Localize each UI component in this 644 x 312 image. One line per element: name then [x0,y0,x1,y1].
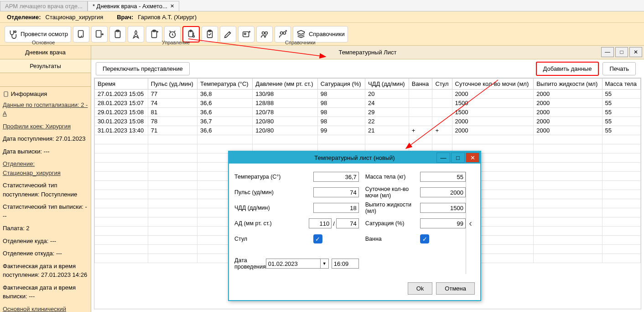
tb-4[interactable] [128,26,144,42]
stool-label: Стул [234,236,313,242]
date-dropdown[interactable]: ▼ [321,259,329,269]
tb-11[interactable] [256,26,273,42]
ok-button[interactable]: Ok [408,282,433,295]
dialog-minimize[interactable]: — [436,153,450,163]
table-cell [432,99,452,108]
info-dep[interactable]: Отделение: Стационар_хирургия [3,160,61,176]
close-button[interactable]: ✕ [629,47,642,57]
table-cell [432,117,452,126]
tab-diary-left[interactable]: Дневник врача [0,46,91,59]
table-row[interactable]: 27.01.2023 15:057736,8130/98982020002000… [95,90,641,99]
alarm-icon [167,29,177,39]
info-stat1: Статистический тип поступления: Поступле… [3,181,88,199]
table-cell [409,117,432,126]
svg-rect-19 [4,92,8,97]
table-header[interactable]: Температура (°С) [197,79,253,90]
table-cell: 55 [602,90,640,99]
table-header[interactable]: Время [95,79,148,90]
pen-icon [223,29,233,39]
table-header[interactable]: Давление (мм рт. ст.) [253,79,317,90]
table-cell: 98 [317,90,365,99]
table-cell [432,108,452,117]
page-icon [3,91,9,97]
table-cell: 2000 [534,108,602,117]
info-factadm: Фактическая дата и время поступления: 27… [3,262,88,280]
ad-sys-input[interactable] [309,218,332,228]
users-icon [260,29,270,39]
cancel-button[interactable]: Отмена [436,282,475,295]
left-panel: Дневник врача Результаты Информация Данн… [0,46,91,312]
time-input[interactable] [332,259,359,269]
table-cell: 36,6 [197,108,253,117]
tb-1[interactable] [73,26,89,42]
table-cell: 130/98 [253,90,317,99]
urine-input[interactable] [420,187,466,197]
info-factdis: Фактическая дата и время выписки: --- [3,283,88,301]
table-cell: 77 [148,90,197,99]
tb-10[interactable] [238,26,254,42]
table-header[interactable]: Сатурация (%) [317,79,365,90]
bath-checkbox[interactable]: ✓ [420,234,429,243]
tb-2[interactable] [91,26,108,42]
table-header[interactable]: Ванна [409,79,432,90]
table-cell: 98 [317,117,365,126]
dialog-maximize[interactable]: □ [451,153,465,163]
table-header[interactable]: Пульс (уд./мин) [148,79,197,90]
info-adm: Дата поступления: 27.01.2023 [3,134,88,143]
add-data-button[interactable]: Добавить данные [536,62,599,76]
fluid-label: Выпито жидкости (мл) [365,201,420,214]
sat-input[interactable] [420,218,466,228]
tb-5[interactable] [146,26,162,42]
pulse-input[interactable] [313,187,359,197]
info-hosp[interactable]: Данные по госпитализации: 2 - А [3,101,88,117]
dialog-title-bar[interactable]: Температурный лист (новый) — □ ✕ [229,152,480,164]
dialog-scroll-left[interactable]: ‹ [466,172,475,274]
books-icon [296,29,306,39]
info-depto: Отделение куда: --- [3,237,88,246]
table-cell: 2000 [452,117,534,126]
tab-results-left[interactable]: Результаты [0,59,91,73]
maximize-button[interactable]: □ [615,47,628,57]
info-title: Информация [11,90,47,99]
svg-rect-1 [78,30,83,37]
info-diag[interactable]: Основной клинический диагноз: заболевани… [3,306,66,312]
tb-9[interactable] [220,26,236,42]
minimize-button[interactable]: — [601,47,614,57]
fluid-input[interactable] [420,203,466,213]
mass-input[interactable] [420,172,466,182]
close-icon[interactable]: ✕ [170,3,174,9]
ad-dia-input[interactable] [336,218,359,228]
grp-main: Основное [32,40,55,45]
print-button[interactable]: Печать [602,62,636,75]
dialog-close[interactable]: ✕ [466,153,479,163]
temp-label: Температура (С°) [234,174,313,180]
table-header[interactable]: Масса тела [602,79,640,90]
table-row[interactable]: 29.01.2023 15:088136,6120/78982915002000… [95,108,641,117]
panel-title-bar: Температурный Лист — □ ✕ [91,46,644,59]
stool-checkbox[interactable]: ✓ [313,234,322,243]
table-header[interactable]: Суточное кол-во мочи (мл) [452,79,534,90]
table-header[interactable]: ЧДД (дд/мин) [365,79,409,90]
table-row[interactable]: 28.01.2023 15:077436,6128/88982415002000… [95,99,641,108]
table-cell [409,108,432,117]
tab-diary[interactable]: * Дневник врача - Ахмето...✕ [88,1,179,11]
table-header[interactable]: Стул [432,79,452,90]
table-header[interactable]: Выпито жидкости (мл) [534,79,602,90]
tab-arm[interactable]: АРМ лечащего врача отде... [0,1,88,11]
info-profile[interactable]: Профили коек: Хирургия [3,123,71,130]
table-cell [432,90,452,99]
switch-view-button[interactable]: Переключить представление [96,62,190,75]
temp-input[interactable] [313,172,359,182]
date-input[interactable] [266,259,321,269]
svg-point-15 [262,32,265,34]
table-row[interactable]: 30.01.2023 15:087836,7120/80982220002000… [95,117,641,126]
table-row[interactable]: 31.01.2023 13:407136,6120/809921++200020… [95,126,641,135]
tb-8[interactable] [202,26,218,42]
table-cell: 78 [148,117,197,126]
id-plus-icon [241,29,251,39]
table-cell: 120/78 [253,108,317,117]
doc-loop-icon [76,29,86,39]
doc-value: Гарипов А.Т. (Хирург) [138,14,197,21]
chdd-input[interactable] [313,203,359,213]
tb-3[interactable] [109,26,126,42]
